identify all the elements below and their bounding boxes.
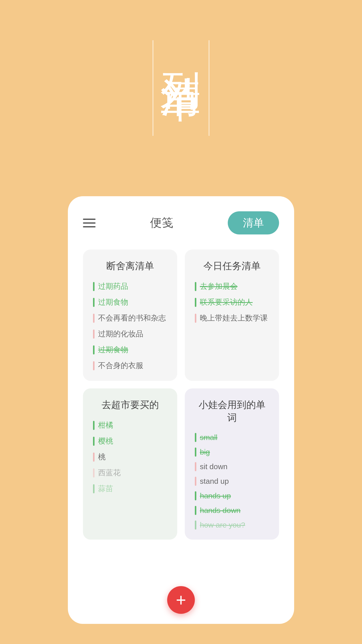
- item-text: 过期食物: [98, 297, 128, 307]
- item-text: hands down: [200, 506, 241, 515]
- list-item[interactable]: 不合身的衣服: [93, 360, 167, 371]
- list-card-xiaowa-items: small big sit down stand up hands up: [195, 433, 269, 530]
- item-bar: [195, 491, 196, 500]
- list-card-danshe-title: 断舍离清单: [93, 260, 167, 272]
- list-item[interactable]: small: [195, 433, 269, 442]
- list-card-chaoshi: 去超市要买的 柑橘 樱桃 桃 西蓝花: [83, 388, 177, 540]
- list-grid: 断舍离清单 过期药品 过期食物 不会再看的书和杂志 过期的化妆品: [83, 250, 279, 540]
- hamburger-line-1: [83, 219, 96, 220]
- list-card-jinri-title: 今日任务清单: [195, 260, 269, 272]
- notes-tab[interactable]: 便笺: [150, 215, 173, 231]
- list-item[interactable]: 柑橘: [93, 420, 167, 430]
- list-item[interactable]: hands up: [195, 491, 269, 500]
- list-tab[interactable]: 清单: [228, 211, 279, 234]
- item-bar: [195, 506, 196, 515]
- list-item[interactable]: 过期食物: [93, 297, 167, 307]
- list-card-danshe: 断舍离清单 过期药品 过期食物 不会再看的书和杂志 过期的化妆品: [83, 250, 177, 381]
- item-text: 晚上带娃去上数学课: [200, 313, 268, 323]
- item-text: hands up: [200, 492, 231, 500]
- item-bar: [195, 462, 196, 471]
- item-text: 蒜苗: [98, 484, 113, 494]
- item-bar: [93, 437, 95, 446]
- item-bar: [195, 282, 196, 291]
- add-button[interactable]: +: [167, 586, 195, 614]
- item-bar: [93, 330, 95, 339]
- item-text: stand up: [200, 477, 229, 486]
- item-text: 樱桃: [98, 436, 113, 446]
- list-card-jinri: 今日任务清单 去参加晨会 联系要采访的人 晚上带娃去上数学课: [185, 250, 279, 381]
- item-text: how are you?: [200, 521, 245, 529]
- list-item[interactable]: 联系要采访的人: [195, 297, 269, 307]
- item-text: sit down: [200, 462, 228, 471]
- item-bar: [195, 448, 196, 457]
- item-bar: [93, 421, 95, 430]
- item-bar: [93, 484, 95, 493]
- list-item[interactable]: 桃: [93, 452, 167, 462]
- hamburger-button[interactable]: [83, 219, 96, 227]
- item-bar: [195, 520, 196, 530]
- item-bar: [195, 314, 196, 323]
- item-text: 过期药品: [98, 281, 128, 292]
- item-bar: [93, 314, 95, 323]
- list-card-xiaowa: 小娃会用到的单词 small big sit down stand up: [185, 388, 279, 540]
- add-icon: +: [176, 591, 186, 609]
- item-text: 过期的化妆品: [98, 329, 143, 339]
- list-card-jinri-items: 去参加晨会 联系要采访的人 晚上带娃去上数学课: [195, 281, 269, 323]
- item-text: 不会再看的书和杂志: [98, 313, 166, 323]
- list-item[interactable]: 樱桃: [93, 436, 167, 446]
- app-title: 列清单: [161, 40, 201, 136]
- hamburger-line-2: [83, 222, 96, 224]
- item-text: 联系要采访的人: [200, 297, 253, 307]
- top-nav: 便笺 清单: [83, 211, 279, 234]
- list-item[interactable]: 过期的化妆品: [93, 329, 167, 339]
- item-text: small: [200, 433, 217, 442]
- list-item[interactable]: 过期食物: [93, 345, 167, 355]
- list-item[interactable]: big: [195, 448, 269, 457]
- list-item[interactable]: 晚上带娃去上数学课: [195, 313, 269, 323]
- item-text: 柑橘: [98, 420, 113, 430]
- item-bar: [93, 282, 95, 291]
- item-bar: [93, 345, 95, 354]
- item-bar: [195, 433, 196, 442]
- list-item[interactable]: hands down: [195, 506, 269, 515]
- item-text: 过期食物: [98, 345, 128, 355]
- item-bar: [93, 453, 95, 462]
- header: 列清单: [153, 40, 209, 136]
- list-item[interactable]: 西蓝花: [93, 468, 167, 478]
- list-card-chaoshi-items: 柑橘 樱桃 桃 西蓝花 蒜苗: [93, 420, 167, 494]
- list-item[interactable]: 蒜苗: [93, 484, 167, 494]
- title-line-left: [153, 40, 153, 136]
- item-text: 西蓝花: [98, 468, 121, 478]
- item-text: 去参加晨会: [200, 281, 238, 292]
- item-bar: [195, 477, 196, 486]
- item-text: big: [200, 448, 210, 456]
- item-bar: [93, 361, 95, 370]
- list-item[interactable]: sit down: [195, 462, 269, 471]
- item-text: 桃: [98, 452, 106, 462]
- list-card-danshe-items: 过期药品 过期食物 不会再看的书和杂志 过期的化妆品 过期食物: [93, 281, 167, 371]
- item-text: 不合身的衣服: [98, 360, 143, 371]
- list-item[interactable]: how are you?: [195, 520, 269, 530]
- title-line-right: [209, 40, 209, 136]
- list-item[interactable]: 不会再看的书和杂志: [93, 313, 167, 323]
- main-card: 便笺 清单 断舍离清单 过期药品 过期食物 不会再看的书和杂志: [68, 196, 294, 624]
- list-item[interactable]: 去参加晨会: [195, 281, 269, 292]
- hamburger-line-3: [83, 226, 96, 227]
- list-item[interactable]: stand up: [195, 477, 269, 486]
- list-card-xiaowa-title: 小娃会用到的单词: [195, 398, 269, 424]
- item-bar: [93, 298, 95, 307]
- list-card-chaoshi-title: 去超市要买的: [93, 398, 167, 411]
- list-item[interactable]: 过期药品: [93, 281, 167, 292]
- item-bar: [195, 298, 196, 307]
- item-bar: [93, 468, 95, 477]
